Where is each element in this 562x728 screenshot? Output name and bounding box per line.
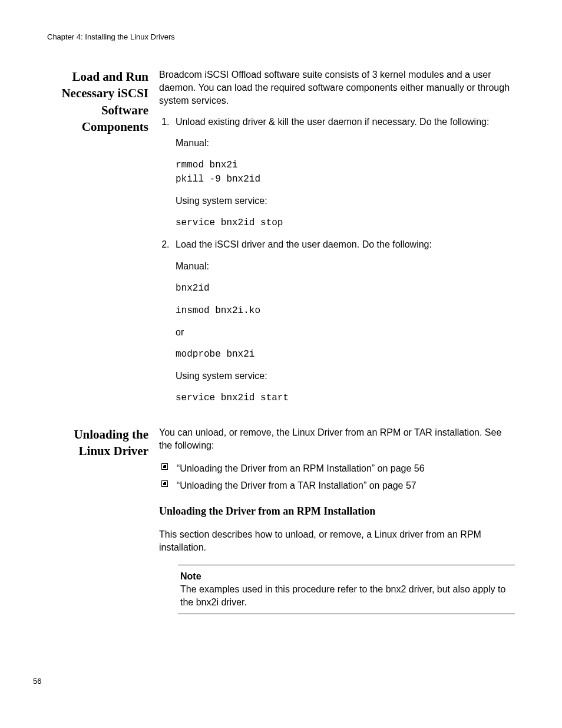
intro-paragraph: Broadcom iSCSI Offload software suite co… [159, 68, 515, 107]
step-1-service-code: service bnx2id stop [176, 216, 515, 230]
note-box: Note The examples used in this procedure… [178, 565, 515, 614]
step-2-code2: insmod bnx2i.ko [176, 304, 515, 318]
step-1-text: Unload existing driver & kill the user d… [176, 117, 489, 127]
step-2-code1: bnx2id [176, 281, 515, 295]
sub-body-rpm: This section describes how to unload, or… [159, 528, 515, 554]
step-2-service-label: Using system service: [176, 370, 515, 383]
step-1: Unload existing driver & kill the user d… [172, 116, 515, 230]
page: Chapter 4: Installing the Linux Drivers … [0, 0, 562, 728]
side-heading-load-run: Load and Run Necessary iSCSI Software Co… [47, 68, 148, 135]
box-bullet-icon [161, 480, 168, 487]
step-1-manual-code: rmmod bnx2i pkill -9 bnx2id [176, 158, 515, 186]
step-2-service-code: service bnx2id start [176, 391, 515, 405]
box-bullet-icon [161, 463, 168, 470]
step-2-code3: modprobe bnx2i [176, 347, 515, 361]
step-2-text: Load the iSCSI driver and the user daemo… [176, 239, 432, 249]
step-2: Load the iSCSI driver and the user daemo… [172, 238, 515, 404]
step-1-manual-label: Manual: [176, 137, 515, 150]
section-unloading: Unloading the Linux Driver You can unloa… [47, 426, 515, 614]
main-column-2: You can unload, or remove, the Linux Dri… [159, 426, 515, 614]
step-2-manual-label: Manual: [176, 260, 515, 273]
bullet-item-rpm: “Unloading the Driver from an RPM Instal… [161, 460, 515, 477]
note-title: Note [180, 570, 513, 583]
note-body: The examples used in this procedure refe… [180, 583, 513, 609]
main-column: Broadcom iSCSI Offload software suite co… [159, 68, 515, 413]
bullet-text-rpm: “Unloading the Driver from an RPM Instal… [177, 463, 425, 473]
side-heading-unloading: Unloading the Linux Driver [47, 426, 148, 460]
side-column: Load and Run Necessary iSCSI Software Co… [47, 68, 159, 135]
steps-list: Unload existing driver & kill the user d… [159, 116, 515, 405]
section-load-run: Load and Run Necessary iSCSI Software Co… [47, 68, 515, 413]
step-2-or-label: or [176, 326, 515, 339]
running-header: Chapter 4: Installing the Linux Drivers [47, 32, 515, 41]
step-1-service-label: Using system service: [176, 195, 515, 207]
page-number: 56 [33, 677, 41, 686]
bullet-item-tar: “Unloading the Driver from a TAR Install… [161, 477, 515, 495]
unloading-intro: You can unload, or remove, the Linux Dri… [159, 426, 515, 452]
sub-heading-rpm: Unloading the Driver from an RPM Install… [159, 505, 515, 518]
bullet-list: “Unloading the Driver from an RPM Instal… [159, 460, 515, 495]
bullet-text-tar: “Unloading the Driver from a TAR Install… [177, 480, 416, 490]
side-column-2: Unloading the Linux Driver [47, 426, 159, 460]
